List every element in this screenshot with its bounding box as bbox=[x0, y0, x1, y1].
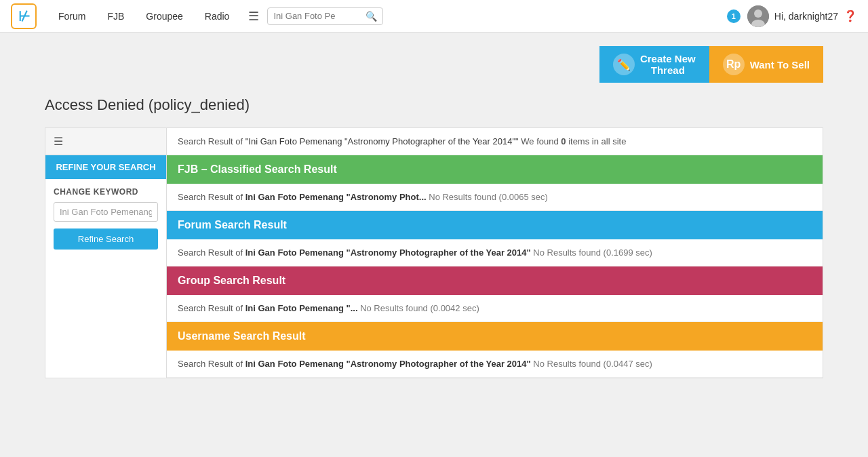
nav-radio[interactable]: Radio bbox=[194, 0, 241, 33]
page-title: Access Denied (policy_denied) bbox=[45, 96, 823, 114]
hamburger-menu[interactable]: ☰ bbox=[240, 0, 267, 33]
group-section-header: Group Search Result bbox=[167, 266, 823, 295]
want-to-sell-button[interactable]: Rp Want To Sell bbox=[709, 46, 823, 83]
nav-groupee[interactable]: Groupee bbox=[135, 0, 193, 33]
want-to-sell-label: Want To Sell bbox=[750, 59, 810, 71]
forum-section-header: Forum Search Result bbox=[167, 211, 823, 239]
group-body-query: Ini Gan Foto Pemenang "... bbox=[245, 303, 358, 313]
sidebar-toggle[interactable]: ☰ bbox=[45, 128, 166, 155]
main-layout: ☰ REFINE YOUR SEARCH CHANGE KEYWORD Refi… bbox=[45, 127, 823, 378]
forum-section-body: Search Result of Ini Gan Foto Pemenang "… bbox=[167, 239, 823, 266]
results-summary: Search Result of "Ini Gan Foto Pemenang … bbox=[167, 128, 823, 155]
fjb-body-query: Ini Gan Foto Pemenang "Astronomy Phot... bbox=[245, 192, 427, 202]
create-thread-button[interactable]: ✏️ Create NewThread bbox=[599, 46, 709, 83]
create-thread-icon: ✏️ bbox=[613, 54, 635, 75]
sidebar-section: CHANGE KEYWORD Refine Search bbox=[45, 179, 166, 258]
username-section-header: Username Search Result bbox=[167, 322, 823, 351]
results-count: 0 bbox=[561, 136, 566, 146]
page-content: ✏️ Create NewThread Rp Want To Sell Acce… bbox=[34, 33, 834, 392]
svg-point-1 bbox=[754, 9, 762, 18]
search-input[interactable] bbox=[273, 11, 361, 21]
forum-body-prefix: Search Result of bbox=[178, 247, 245, 258]
result-section-forum: Forum Search Result Search Result of Ini… bbox=[167, 211, 823, 266]
sidebar-toggle-icon: ☰ bbox=[54, 135, 63, 148]
group-body-prefix: Search Result of bbox=[178, 303, 245, 313]
user-area[interactable]: Hi, darknight27 ❓ bbox=[747, 5, 857, 27]
create-thread-label: Create NewThread bbox=[640, 53, 696, 76]
logo-icon: ⊬ bbox=[18, 8, 30, 24]
want-to-sell-icon: Rp bbox=[723, 54, 745, 75]
forum-body-query: Ini Gan Foto Pemenang "Astronomy Photogr… bbox=[245, 247, 531, 258]
header-actions: ✏️ Create NewThread Rp Want To Sell bbox=[45, 46, 823, 83]
sidebar-refine-label[interactable]: REFINE YOUR SEARCH bbox=[45, 155, 166, 179]
nav-fjb[interactable]: FJB bbox=[96, 0, 135, 33]
fjb-section-body: Search Result of Ini Gan Foto Pemenang "… bbox=[167, 184, 823, 210]
results-area: Search Result of "Ini Gan Foto Pemenang … bbox=[167, 127, 823, 378]
result-section-group: Group Search Result Search Result of Ini… bbox=[167, 266, 823, 322]
summary-query: "Ini Gan Foto Pemenang "Astronomy Photog… bbox=[245, 136, 519, 146]
refine-search-button[interactable]: Refine Search bbox=[54, 228, 158, 250]
nav-forum[interactable]: Forum bbox=[47, 0, 96, 33]
help-icon[interactable]: ❓ bbox=[844, 9, 857, 22]
username-body-suffix: No Results found (0.0447 sec) bbox=[531, 359, 652, 369]
username-body-query: Ini Gan Foto Pemenang "Astronomy Photogr… bbox=[245, 359, 531, 369]
summary-middle: We found bbox=[519, 136, 561, 146]
logo-button[interactable]: ⊬ bbox=[11, 3, 37, 29]
search-icon[interactable]: 🔍 bbox=[366, 11, 377, 22]
navbar: ⊬ Forum FJB Groupee Radio ☰ 🔍 1 Hi, dark… bbox=[0, 0, 868, 33]
summary-prefix: Search Result of bbox=[178, 136, 245, 146]
summary-suffix: items in all site bbox=[566, 136, 627, 146]
group-section-body: Search Result of Ini Gan Foto Pemenang "… bbox=[167, 295, 823, 321]
group-body-suffix: No Results found (0.0042 sec) bbox=[358, 303, 479, 313]
notification-badge[interactable]: 1 bbox=[727, 9, 741, 23]
username-label: Hi, darknight27 bbox=[774, 11, 838, 22]
username-body-prefix: Search Result of bbox=[178, 359, 245, 369]
sidebar: ☰ REFINE YOUR SEARCH CHANGE KEYWORD Refi… bbox=[45, 127, 167, 378]
fjb-section-header: FJB – Classified Search Result bbox=[167, 155, 823, 184]
fjb-body-suffix: No Results found (0.0065 sec) bbox=[427, 192, 548, 202]
result-section-fjb: FJB – Classified Search Result Search Re… bbox=[167, 155, 823, 211]
search-box: 🔍 bbox=[267, 7, 383, 25]
forum-body-suffix: No Results found (0.1699 sec) bbox=[531, 247, 652, 258]
change-keyword-label: CHANGE KEYWORD bbox=[54, 187, 158, 197]
username-section-body: Search Result of Ini Gan Foto Pemenang "… bbox=[167, 351, 823, 377]
avatar bbox=[747, 5, 769, 27]
result-section-username: Username Search Result Search Result of … bbox=[167, 322, 823, 378]
fjb-body-prefix: Search Result of bbox=[178, 192, 245, 202]
keyword-input[interactable] bbox=[54, 202, 158, 222]
